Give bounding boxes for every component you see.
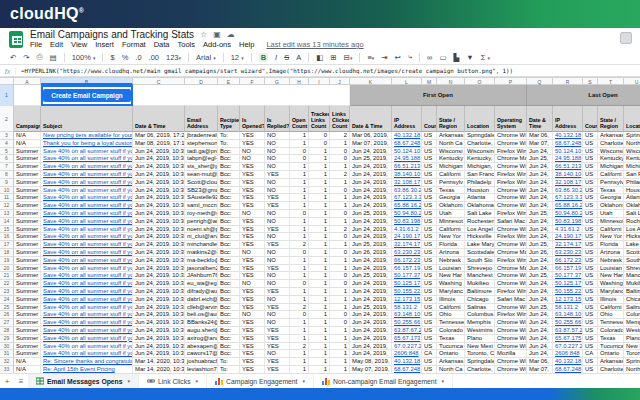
cell[interactable]: 65.67.173 (392, 335, 422, 343)
cell[interactable]: Jun 24, (527, 179, 553, 187)
cell[interactable]: 1 (330, 218, 350, 226)
cell[interactable]: 1 (290, 272, 309, 280)
cell[interactable]: 1 (309, 272, 330, 280)
cell[interactable]: US (583, 327, 598, 335)
cell[interactable]: 1 (290, 194, 309, 202)
cell[interactable]: Jun 24, (527, 343, 553, 351)
cell[interactable]: Summer Sale (14, 202, 41, 210)
cell[interactable]: Summer Sale (14, 327, 41, 335)
cell[interactable]: 38.140.10 (553, 171, 583, 179)
cell[interactable]: NO (265, 210, 290, 218)
cell[interactable]: 1 (309, 187, 330, 195)
cell[interactable]: 1 (330, 241, 350, 249)
cell[interactable]: Mar 14, 2020, 10:30:39 (133, 358, 185, 366)
row-header-15[interactable]: 15 (0, 226, 14, 234)
cell[interactable]: Jun 24, 2019, 10:30:44 (133, 202, 185, 210)
cell[interactable]: 0 (290, 311, 309, 319)
cell[interactable]: Kentucky (437, 155, 465, 163)
cell[interactable]: N/A (14, 132, 41, 140)
cell[interactable]: BBanks24@gmail (185, 319, 218, 327)
cell[interactable]: 1 (290, 358, 309, 366)
ip-address-link[interactable]: 66.172.23 (394, 257, 420, 263)
cell[interactable]: YES (240, 350, 265, 358)
cell[interactable]: 1 (309, 226, 330, 234)
cell[interactable]: 24.190.17 (553, 233, 583, 241)
cell[interactable]: Californi (437, 171, 465, 179)
tab-campaign-engagement[interactable]: Campaign Engagement▾ (207, 374, 314, 388)
cell[interactable]: May 08, 2019, (350, 358, 392, 366)
cell[interactable]: 1 (290, 257, 309, 265)
cell[interactable]: US (583, 249, 598, 257)
ip-address-link[interactable]: 63.148.10 (394, 311, 420, 317)
cell[interactable]: clleb@arvinmerit (185, 304, 218, 312)
cell[interactable]: YES (265, 202, 290, 210)
cell[interactable]: 1 (309, 163, 330, 171)
cell[interactable]: New Mexi (624, 343, 640, 351)
cell[interactable]: augu.sherl@egl-i (185, 327, 218, 335)
cell[interactable]: 0 (290, 155, 309, 163)
ip-address-link[interactable]: 50.94.80.2 (555, 210, 583, 216)
cell[interactable]: YES (265, 171, 290, 179)
cell[interactable]: Re: Sincere thanks and congratulations! (41, 358, 133, 366)
subject-link[interactable]: Save 40% on all summer stuff if you clic… (43, 288, 133, 294)
ip-address-link[interactable]: 67.123.3.3 (555, 194, 583, 200)
cell[interactable]: US (422, 358, 437, 366)
ip-address-link[interactable]: 68.67.248 (394, 366, 420, 372)
cell[interactable]: 50.125.17 (553, 280, 583, 288)
cell[interactable]: sts_sher@progre (185, 163, 218, 171)
cell[interactable]: Summer Sale (14, 148, 41, 156)
cell[interactable]: US (422, 140, 437, 148)
cell[interactable]: Save 40% on all summer stuff if you clic… (41, 187, 133, 195)
cell[interactable]: YES (265, 194, 290, 202)
cell[interactable]: Chrome Win (495, 327, 527, 335)
cell[interactable]: NO (265, 350, 290, 358)
cell[interactable]: SB23@gmail.com (185, 187, 218, 195)
cell[interactable]: Atlanta (624, 194, 640, 202)
cell[interactable]: 2 (330, 171, 350, 179)
cell[interactable]: 38.140.10 (392, 171, 422, 179)
column-header-T[interactable]: T (598, 77, 624, 85)
cell[interactable]: Jun 24, (527, 311, 553, 319)
cell[interactable]: 1 (330, 202, 350, 210)
cell[interactable]: Michigan, (624, 163, 640, 171)
cell[interactable]: Summer Sale (14, 241, 41, 249)
row1-blank-cells[interactable] (133, 85, 350, 106)
cell[interactable]: Summer Sale (14, 163, 41, 171)
cell[interactable]: 1 (290, 163, 309, 171)
cell[interactable]: 0 (330, 280, 350, 288)
cell[interactable]: penrigh@arvinme (185, 218, 218, 226)
cell[interactable]: US (422, 194, 437, 202)
cell[interactable]: 1 (290, 296, 309, 304)
row-header-23[interactable]: 23 (0, 288, 14, 296)
cell[interactable]: Summer Sale (14, 187, 41, 195)
cell[interactable]: Colorado (437, 327, 465, 335)
menu-item-help[interactable]: Help (239, 40, 254, 49)
cell[interactable]: Chrome Win (495, 163, 527, 171)
cell[interactable]: Save 40% on all summer stuff if you clic… (41, 202, 133, 210)
cell[interactable]: Firefox Win (495, 233, 527, 241)
cell[interactable]: 2606:848 (553, 350, 583, 358)
cell[interactable]: YES (240, 132, 265, 140)
cell[interactable]: 40.132.18 (392, 132, 422, 140)
cell[interactable]: 1 (290, 218, 309, 226)
cell[interactable]: US (422, 155, 437, 163)
cell[interactable]: 1 (330, 265, 350, 273)
cell[interactable]: Wisconsi (598, 148, 624, 156)
cell[interactable]: 0 (309, 140, 330, 148)
cell[interactable]: Bcc: (218, 249, 240, 257)
cell[interactable]: Jun 24, 2019, (350, 187, 392, 195)
cell[interactable]: Shrevepo (465, 265, 495, 273)
cell[interactable]: YES (240, 335, 265, 343)
cell[interactable]: 1 (290, 350, 309, 358)
column-header-G[interactable]: G (265, 77, 290, 85)
cell[interactable]: 1 (290, 265, 309, 273)
cell[interactable]: Lake Mary (465, 241, 495, 249)
cell[interactable]: Wisconsi (437, 148, 465, 156)
cell[interactable]: JAshburn76@gm (185, 272, 218, 280)
font-select[interactable]: Arial ▾ (196, 53, 216, 62)
cell[interactable]: 1 (330, 304, 350, 312)
cell[interactable]: Mukilteo (624, 280, 640, 288)
ip-address-link[interactable]: 65.67.175 (555, 335, 581, 341)
cell[interactable]: 12.173.15 (392, 296, 422, 304)
cell[interactable]: 0 (330, 233, 350, 241)
